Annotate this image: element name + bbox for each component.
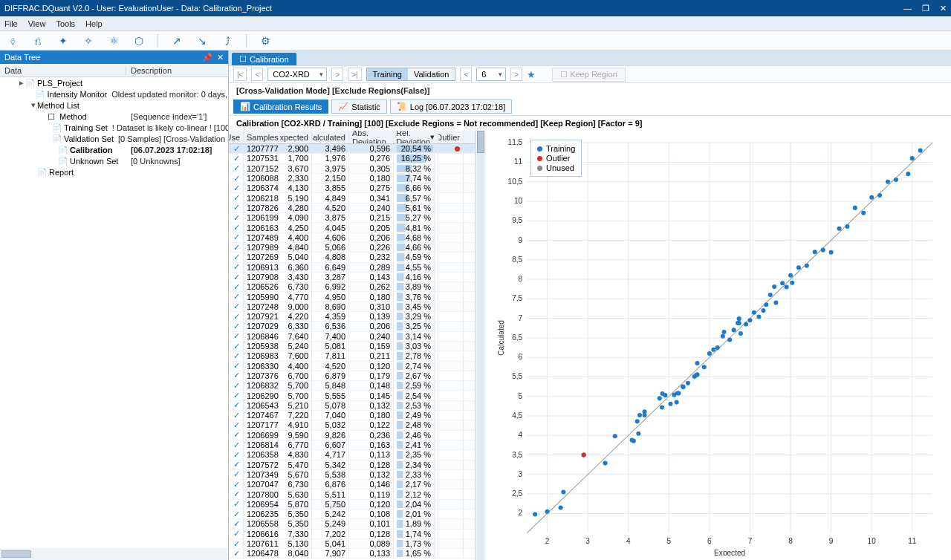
toolbar-icon-3[interactable]: ✦: [56, 34, 70, 48]
table-row[interactable]: ✓12069837,6007,8110,2112,78 %: [229, 351, 475, 361]
toolbar-icon-4[interactable]: ✧: [82, 34, 95, 48]
nav-last[interactable]: >|: [348, 68, 361, 81]
toolbar-icon-2[interactable]: ⎌: [31, 34, 45, 48]
tree-item[interactable]: ▾Method List: [0, 100, 228, 111]
minimize-button[interactable]: —: [903, 4, 912, 13]
tree-item[interactable]: 📄Unknown Set[0 Unknowns]: [0, 155, 228, 166]
toolbar-icon-7[interactable]: ↗: [170, 34, 184, 48]
toolbar-icon-5[interactable]: ⚛: [107, 34, 120, 48]
tree-item[interactable]: 📄Intensity MonitorOldest updated monitor…: [0, 88, 228, 100]
table-row[interactable]: ✓12062185,1904,8490,3416,57 %: [229, 193, 475, 203]
tab-log[interactable]: 📜 Log [06.07.2023 17:02:18]: [390, 100, 512, 114]
table-row[interactable]: ✓12071523,6703,9750,3058,32 %: [229, 164, 475, 174]
tab-results[interactable]: 📊 Calibration Results: [233, 100, 328, 114]
nav-first[interactable]: |<: [233, 68, 247, 81]
table-row[interactable]: ✓12065585,3505,2490,1011,89 %: [229, 519, 475, 529]
table-row[interactable]: ✓12062905,7005,5550,1452,54 %: [229, 391, 475, 400]
toolbar-icon-9[interactable]: ⤴: [221, 34, 234, 48]
table-row[interactable]: ✓12072489,0008,6900,3103,45 %: [229, 302, 475, 312]
svg-point-107: [761, 308, 765, 313]
th-samples[interactable]: Samples: [244, 131, 279, 143]
th-abs[interactable]: Abs. Deviation: [349, 131, 394, 143]
nav-next[interactable]: >: [331, 68, 343, 81]
table-row[interactable]: ✓12074894,4004,6060,2064,68 %: [229, 233, 475, 243]
table-row[interactable]: ✓12078264,2804,5200,2405,61 %: [229, 204, 475, 213]
table-row[interactable]: ✓12063584,8304,7170,1132,35 %: [229, 450, 475, 460]
menu-help[interactable]: Help: [85, 19, 103, 28]
scatter-chart[interactable]: 23456789101122,533,544,555,566,577,588,5…: [486, 131, 951, 560]
pin-icon[interactable]: 📌: [202, 53, 212, 62]
maximize-button[interactable]: ❐: [922, 4, 929, 13]
table-row[interactable]: ✓12061994,0903,8750,2155,27 %: [229, 213, 475, 223]
toolbar-icon-8[interactable]: ↘: [195, 34, 209, 48]
table-row[interactable]: ✓12070296,3306,5360,2063,25 %: [229, 322, 475, 331]
table-row[interactable]: ✓12063304,4004,5200,1202,74 %: [229, 362, 475, 371]
svg-point-105: [752, 310, 756, 315]
th-use[interactable]: Use: [229, 131, 244, 143]
table-row[interactable]: ✓12059385,2405,0810,1593,03 %: [229, 342, 475, 351]
table-row[interactable]: ✓12078005,6305,5110,1192,12 %: [229, 489, 475, 499]
table-row[interactable]: ✓12061634,2504,0450,2054,81 %: [229, 223, 475, 232]
table-row[interactable]: ✓12071774,9105,0320,1222,48 %: [229, 420, 475, 430]
vertical-scrollbar[interactable]: [476, 131, 486, 560]
element-combo[interactable]: CO2-XRD: [267, 68, 327, 81]
horizontal-scrollbar[interactable]: [0, 548, 228, 560]
toolbar-icon-6[interactable]: ⬡: [132, 34, 146, 48]
results-table: Use Samples Expected Calculated Abs. Dev…: [229, 131, 476, 560]
table-row[interactable]: ✓12065435,2105,0780,1322,53 %: [229, 401, 475, 411]
tree-item[interactable]: ▸📄PLS_Project: [0, 77, 228, 88]
th-expected[interactable]: Expected: [279, 131, 312, 143]
tree-item[interactable]: 📄Calibration[06.07.2023 17:02:18]: [0, 144, 228, 155]
table-row[interactable]: ✓12059904,7704,9500,1803,76 %: [229, 292, 475, 302]
table-row[interactable]: ✓12066167,3307,2020,1281,74 %: [229, 530, 475, 539]
th-rel[interactable]: Rel. Deviation ▾: [394, 131, 438, 143]
table-row[interactable]: ✓12060882,3302,1500,1807,74 %: [229, 174, 475, 183]
table-row[interactable]: ✓12076115,1305,0410,0891,73 %: [229, 539, 475, 549]
tree-item[interactable]: 📄Report: [0, 166, 228, 178]
table-row[interactable]: ✓12064788,0407,9070,1331,65 %: [229, 549, 475, 559]
table-row[interactable]: ✓12077772,9003,4960,59620,54 %: [229, 144, 475, 154]
table-row[interactable]: ✓12062355,3505,2420,1082,01 %: [229, 509, 475, 519]
table-row[interactable]: ✓12074677,2207,0400,1802,49 %: [229, 411, 475, 420]
data-tree-body[interactable]: ▸📄PLS_Project📄Intensity MonitorOldest up…: [0, 77, 228, 548]
seg-validation[interactable]: Validation: [408, 68, 455, 80]
table-row[interactable]: ✓12072695,0404,8080,2324,59 %: [229, 253, 475, 262]
tree-item[interactable]: 📄Training Set! Dataset is likely co-line…: [0, 122, 228, 133]
table-row[interactable]: ✓12068325,7005,8480,1482,59 %: [229, 381, 475, 391]
nav-prev[interactable]: <: [251, 68, 263, 81]
factor-first[interactable]: <: [460, 68, 472, 81]
th-calculated[interactable]: Calculated: [312, 131, 349, 143]
table-row[interactable]: ✓12068467,6407,4000,2403,14 %: [229, 332, 475, 342]
table-row[interactable]: ✓12075725,4705,3420,1282,34 %: [229, 460, 475, 470]
menu-view[interactable]: View: [28, 19, 46, 28]
table-row[interactable]: ✓12066999,5909,8260,2362,46 %: [229, 431, 475, 440]
seg-training[interactable]: Training: [367, 68, 408, 80]
close-icon[interactable]: ✕: [217, 53, 224, 62]
table-body[interactable]: ✓12077772,9003,4960,59620,54 %✓12075311,…: [229, 144, 475, 560]
tree-item[interactable]: ☐Method[Sequence Index='1']: [0, 111, 228, 122]
table-row[interactable]: ✓12063744,1303,8550,2756,66 %: [229, 183, 475, 193]
table-row[interactable]: ✓12073766,7006,8790,1792,67 %: [229, 371, 475, 381]
factor-combo[interactable]: 6: [476, 68, 506, 81]
table-row[interactable]: ✓12070476,7306,8760,1462,17 %: [229, 480, 475, 489]
tab-calibration[interactable]: ☐Calibration: [232, 53, 296, 65]
menu-file[interactable]: File: [4, 19, 18, 28]
tab-statistic[interactable]: 📈 Statistic: [331, 100, 387, 114]
table-row[interactable]: ✓12069545,8705,7500,1202,04 %: [229, 500, 475, 509]
th-outlier[interactable]: Outlier: [438, 131, 464, 143]
table-row[interactable]: ✓12069136,3606,6490,2894,55 %: [229, 263, 475, 273]
table-row[interactable]: ✓12079214,2204,3590,1393,29 %: [229, 312, 475, 322]
close-button[interactable]: ✕: [940, 4, 947, 13]
table-row[interactable]: ✓12075311,7001,9760,27616,25 %: [229, 154, 475, 163]
factor-next[interactable]: >: [510, 68, 522, 81]
table-row[interactable]: ✓12079083,4303,2870,1434,16 %: [229, 273, 475, 282]
table-row[interactable]: ✓12073495,6705,5380,1322,33 %: [229, 470, 475, 480]
star-icon[interactable]: ★: [527, 69, 536, 80]
menu-tools[interactable]: Tools: [56, 19, 75, 28]
table-row[interactable]: ✓12079894,8405,0660,2264,66 %: [229, 243, 475, 253]
table-row[interactable]: ✓12068146,7706,6070,1632,41 %: [229, 440, 475, 450]
table-row[interactable]: ✓12065266,7306,9920,2623,89 %: [229, 282, 475, 292]
toolbar-icon-1[interactable]: ⎀: [6, 34, 19, 48]
gear-icon[interactable]: ⚙: [259, 34, 272, 48]
tree-item[interactable]: 📄Validation Set[0 Samples] [Cross-Valida…: [0, 133, 228, 144]
